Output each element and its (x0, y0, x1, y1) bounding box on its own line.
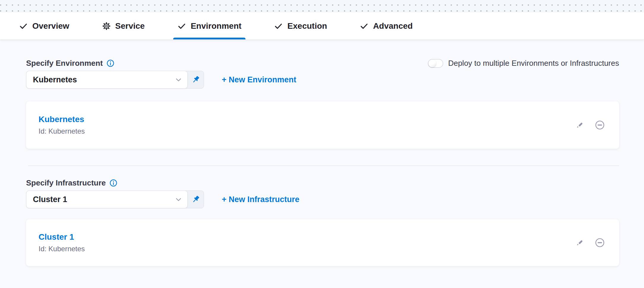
tab-label: Service (115, 21, 145, 31)
specify-infrastructure-label: Specify Infrastructure (26, 178, 106, 188)
toggle-knob (428, 60, 436, 67)
check-icon (360, 22, 369, 31)
tab-service[interactable]: Service (98, 12, 149, 39)
remove-infrastructure-button[interactable] (594, 237, 605, 248)
environment-section-header: Specify Environment Deploy to multiple E… (26, 40, 619, 68)
environment-select-value: Kubernetes (33, 75, 77, 84)
edit-infrastructure-button[interactable] (574, 237, 585, 248)
infrastructure-select-input[interactable]: Cluster 1 (26, 191, 188, 208)
check-icon (19, 22, 28, 31)
edit-environment-button[interactable] (574, 119, 585, 131)
specify-infrastructure-label-wrap: Specify Infrastructure (26, 178, 117, 188)
gear-icon (102, 22, 111, 31)
tab-advanced[interactable]: Advanced (356, 12, 417, 39)
environment-card-actions (574, 119, 605, 131)
environment-select[interactable]: Kubernetes (26, 71, 204, 89)
environment-pin-button[interactable] (188, 71, 204, 88)
tab-execution[interactable]: Execution (270, 12, 331, 39)
remove-environment-button[interactable] (594, 119, 605, 131)
chevron-down-icon (174, 195, 183, 204)
active-tab-underline (173, 38, 246, 39)
check-icon (274, 22, 283, 31)
infrastructure-pin-button[interactable] (188, 191, 204, 208)
dotted-background-strip (0, 0, 644, 12)
environment-card: Kubernetes Id: Kubernetes (26, 101, 619, 149)
tab-overview[interactable]: Overview (15, 12, 74, 39)
pin-icon (191, 195, 200, 204)
stage-tab-bar: Overview Service Environment Execution A… (0, 12, 644, 40)
environment-card-text: Kubernetes Id: Kubernetes (39, 115, 85, 135)
info-icon[interactable] (109, 179, 117, 187)
pencil-icon (575, 238, 584, 247)
infrastructure-card: Cluster 1 Id: Kubernetes (26, 219, 619, 266)
tab-environment[interactable]: Environment (173, 12, 246, 39)
infrastructure-select-value: Cluster 1 (33, 195, 67, 204)
tab-label: Environment (191, 21, 241, 31)
multi-environment-toggle[interactable] (428, 59, 443, 68)
infrastructure-card-actions (574, 237, 605, 248)
new-infrastructure-link[interactable]: + New Infrastructure (222, 195, 299, 204)
tab-label: Overview (32, 21, 69, 31)
new-environment-link[interactable]: + New Environment (222, 75, 296, 84)
environment-control-row: Kubernetes + New Environment (26, 71, 619, 89)
environment-tab-content: Specify Environment Deploy to multiple E… (0, 40, 644, 288)
specify-environment-label-wrap: Specify Environment (26, 59, 114, 68)
pin-icon (191, 75, 200, 84)
infrastructure-section-header: Specify Infrastructure (26, 166, 619, 188)
info-icon[interactable] (106, 59, 114, 67)
tab-label: Advanced (373, 21, 413, 31)
check-icon (177, 22, 186, 31)
multi-environment-toggle-label: Deploy to multiple Environments or Infra… (448, 59, 619, 68)
chevron-down-icon (174, 76, 183, 84)
tab-label: Execution (287, 21, 327, 31)
pencil-icon (575, 120, 584, 130)
minus-circle-icon (594, 237, 605, 248)
environment-select-input[interactable]: Kubernetes (26, 71, 188, 89)
environment-card-title[interactable]: Kubernetes (39, 115, 85, 124)
infrastructure-control-row: Cluster 1 + New Infrastructure (26, 191, 619, 208)
infrastructure-card-text: Cluster 1 Id: Kubernetes (39, 232, 85, 253)
infrastructure-card-title[interactable]: Cluster 1 (39, 232, 85, 242)
environment-card-id: Id: Kubernetes (39, 127, 85, 135)
infrastructure-card-id: Id: Kubernetes (39, 245, 85, 253)
minus-circle-icon (594, 119, 605, 131)
infrastructure-select[interactable]: Cluster 1 (26, 191, 204, 208)
specify-environment-label: Specify Environment (26, 59, 103, 68)
multi-environment-toggle-wrap: Deploy to multiple Environments or Infra… (428, 59, 619, 68)
